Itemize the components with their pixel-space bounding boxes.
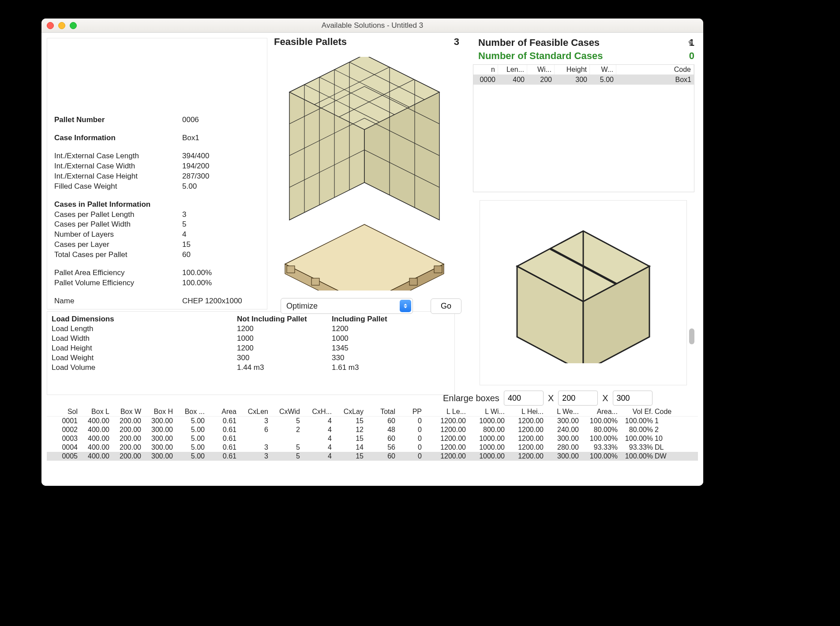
info-label: Total Cases per Pallet xyxy=(54,250,182,260)
solutions-col[interactable]: Area xyxy=(206,407,237,416)
solutions-row[interactable]: 0002400.00200.00300.005.000.616241248012… xyxy=(47,425,698,434)
solutions-cell: 100.00% xyxy=(580,417,619,425)
col-code[interactable]: Code xyxy=(616,65,694,75)
cases-table-row[interactable]: 0000 400 200 300 5.00 Box1 xyxy=(473,75,694,85)
solutions-row[interactable]: 0001400.00200.00300.005.000.613541560012… xyxy=(47,417,698,425)
minimize-icon[interactable] xyxy=(58,22,65,29)
scrollbar-thumb[interactable] xyxy=(689,328,694,344)
solutions-cell: 5 xyxy=(269,417,301,425)
solutions-cell: 100.00% xyxy=(580,452,619,461)
optimize-select[interactable]: Optimize xyxy=(281,298,413,314)
load-row-not: 300 xyxy=(237,353,332,363)
solutions-col[interactable]: Box L xyxy=(79,407,110,416)
solutions-cell: 0.61 xyxy=(206,417,237,425)
col-n[interactable]: n xyxy=(473,65,498,75)
solutions-col[interactable]: Box ... xyxy=(174,407,206,416)
solutions-cell: 0003 xyxy=(47,434,79,443)
pallet-illustration-icon xyxy=(276,57,453,291)
enlarge-width-input[interactable] xyxy=(558,391,598,406)
solutions-col[interactable]: Box H xyxy=(142,407,174,416)
box-preview-panel[interactable] xyxy=(480,200,687,385)
solutions-cell: 80.00% xyxy=(580,425,619,434)
solutions-cell: 0 xyxy=(396,425,423,434)
solutions-row[interactable]: 0003400.00200.00300.005.000.614156001200… xyxy=(47,434,698,443)
solutions-col[interactable]: Vol Ef. xyxy=(619,407,654,416)
load-row-inc: 1345 xyxy=(332,343,450,353)
solutions-col[interactable]: CxLay xyxy=(333,407,364,416)
load-row-inc: 1000 xyxy=(332,334,450,343)
solutions-col[interactable]: L Hei... xyxy=(506,407,544,416)
solutions-col[interactable]: PP xyxy=(396,407,423,416)
solutions-cell: 1200.00 xyxy=(428,452,467,461)
load-row-label: Load Volume xyxy=(52,363,237,373)
solutions-row[interactable]: 0004400.00200.00300.005.000.613541456012… xyxy=(47,443,698,452)
solutions-row[interactable]: 0005400.00200.00300.005.000.613541560012… xyxy=(47,452,698,461)
solutions-col[interactable]: CxLen xyxy=(237,407,269,416)
solutions-table[interactable]: SolBox LBox WBox HBox ...AreaCxLenCxWidC… xyxy=(47,407,698,461)
solutions-col[interactable]: Sol xyxy=(47,407,79,416)
solutions-cell: 200.00 xyxy=(110,452,142,461)
solutions-col[interactable]: Area... xyxy=(580,407,619,416)
feasible-cases-label: Number of Feasible Cases xyxy=(478,36,600,49)
solutions-cell: 1200.00 xyxy=(506,417,544,425)
col-len[interactable]: Len... xyxy=(498,65,527,75)
pallet-3d-view[interactable] xyxy=(274,50,455,297)
zoom-icon[interactable] xyxy=(70,22,77,29)
case-info-label: Case Information xyxy=(54,133,182,143)
solutions-col[interactable]: L Le... xyxy=(428,407,467,416)
cases-table[interactable]: n Len... Wi... Height W... Code 0000 400… xyxy=(473,64,694,192)
solutions-cell: 5.00 xyxy=(174,425,206,434)
solutions-cell: 10 xyxy=(654,434,680,443)
info-label: Pallet Area Efficiency xyxy=(54,268,182,278)
chevron-updown-icon xyxy=(400,300,411,312)
solutions-cell: 0 xyxy=(396,434,423,443)
solutions-col[interactable]: Box W xyxy=(110,407,142,416)
solutions-col[interactable]: L We... xyxy=(544,407,580,416)
solutions-cell: 14 xyxy=(333,443,364,452)
solutions-cell: 4 xyxy=(301,425,333,434)
solutions-cell: 1200.00 xyxy=(428,425,467,434)
svg-rect-7 xyxy=(311,278,319,285)
info-value: 60 xyxy=(182,250,191,260)
disclosure-triangle-icon[interactable]: ▼ xyxy=(686,39,694,48)
solutions-cell: 5.00 xyxy=(174,417,206,425)
solutions-cell: 200.00 xyxy=(110,443,142,452)
solutions-cell: 4 xyxy=(301,452,333,461)
solutions-cell: 15 xyxy=(333,434,364,443)
col-w[interactable]: W... xyxy=(590,65,616,75)
solutions-col[interactable]: CxH... xyxy=(301,407,333,416)
solutions-col[interactable]: L Wi... xyxy=(467,407,506,416)
info-value: 15 xyxy=(182,240,191,250)
load-row-not: 1200 xyxy=(237,343,332,353)
solutions-cell: 1200.00 xyxy=(506,434,544,443)
close-icon[interactable] xyxy=(47,22,54,29)
solutions-cell: 1000.00 xyxy=(467,417,506,425)
info-value: 100.00% xyxy=(182,278,212,288)
info-label: Number of Layers xyxy=(54,230,182,240)
info-value: 287/300 xyxy=(182,171,209,182)
feasible-pallets-header: Feasible Pallets 3 xyxy=(274,36,459,48)
info-label: Pallet Volume Efficiency xyxy=(54,278,182,288)
app-window: Available Solutions - Untitled 3 Pallet … xyxy=(41,19,703,486)
col-height[interactable]: Height xyxy=(555,65,590,75)
solutions-cell: 4 xyxy=(301,443,333,452)
solutions-cell: 300.00 xyxy=(544,434,580,443)
solutions-cell: 0005 xyxy=(47,452,79,461)
info-label: Cases per Pallet Width xyxy=(54,220,182,230)
titlebar[interactable]: Available Solutions - Untitled 3 xyxy=(41,19,703,33)
pallet-name-label: Name xyxy=(54,296,182,306)
solutions-col[interactable]: Total xyxy=(364,407,396,416)
solutions-cell: 0.61 xyxy=(206,425,237,434)
col-wi[interactable]: Wi... xyxy=(527,65,555,75)
solutions-col[interactable]: Code xyxy=(654,407,680,416)
info-value: 194/200 xyxy=(182,161,209,171)
go-button[interactable]: Go xyxy=(431,298,461,314)
enlarge-length-input[interactable] xyxy=(504,391,544,406)
traffic-lights xyxy=(47,22,77,29)
info-value: 3 xyxy=(182,210,186,220)
solutions-cell: 400.00 xyxy=(79,452,110,461)
cases-in-pallet-header: Cases in Pallet Information xyxy=(54,200,182,210)
solutions-col[interactable]: CxWid xyxy=(269,407,301,416)
enlarge-height-input[interactable] xyxy=(613,391,652,406)
solutions-cell: 56 xyxy=(364,443,396,452)
